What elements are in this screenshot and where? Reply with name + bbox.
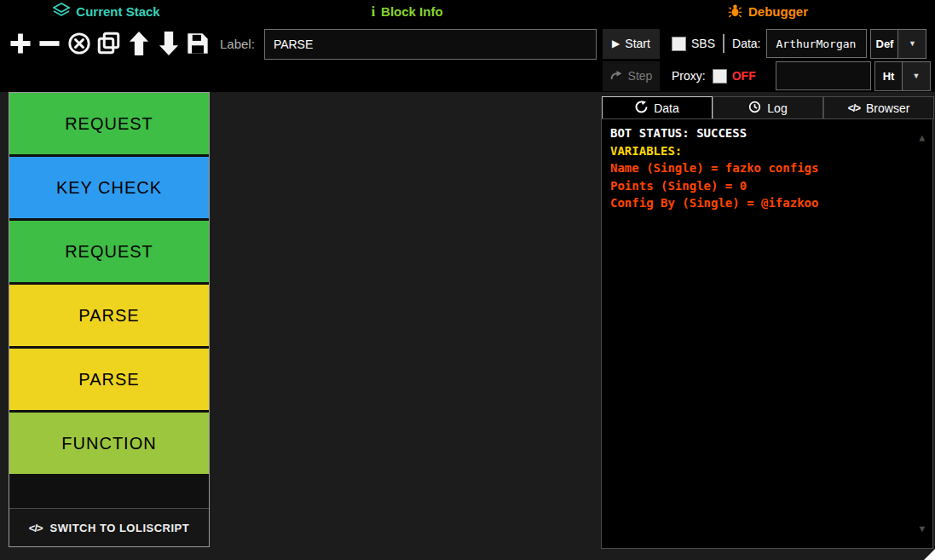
stack-block-keycheck[interactable]: KEY CHECK bbox=[9, 157, 209, 218]
block-info-title: Block Info bbox=[381, 4, 443, 19]
proxy-input[interactable] bbox=[776, 61, 871, 90]
stacker-window: Current Stack i Block Info Debugger bbox=[0, 0, 935, 560]
code-icon: </> bbox=[29, 522, 43, 534]
add-block-button[interactable] bbox=[7, 28, 33, 61]
proxy-caption: Proxy: bbox=[672, 69, 706, 83]
arrow-up-icon bbox=[129, 32, 149, 58]
block-info-header: i Block Info bbox=[213, 0, 601, 23]
data-caption: Data: bbox=[732, 37, 760, 50]
tab-browser[interactable]: </> Browser bbox=[823, 96, 934, 119]
proxy-type-value: Ht bbox=[875, 62, 902, 90]
play-icon: ▶ bbox=[612, 38, 620, 49]
wordlist-type-dropdown[interactable]: Def ▼ bbox=[870, 29, 926, 59]
layers-icon bbox=[53, 3, 70, 20]
sbs-checkbox[interactable] bbox=[672, 37, 686, 51]
debugger-header: Debugger bbox=[601, 0, 935, 23]
remove-block-button[interactable] bbox=[37, 28, 63, 61]
save-icon bbox=[186, 32, 210, 58]
clone-icon bbox=[97, 32, 120, 57]
add-icon bbox=[9, 32, 32, 57]
scroll-up-icon[interactable]: ▲ bbox=[919, 130, 925, 147]
data-input[interactable] bbox=[766, 29, 867, 58]
proxy-type-dropdown[interactable]: Ht ▼ bbox=[874, 61, 931, 91]
tab-log-label: Log bbox=[767, 101, 787, 115]
step-button[interactable]: Step bbox=[603, 61, 660, 91]
step-button-label: Step bbox=[628, 69, 653, 83]
proxy-status: OFF bbox=[732, 69, 756, 83]
stack-block-request-2[interactable]: REQUEST bbox=[9, 221, 209, 282]
debugger-controls-row-1: ▶ Start SBS Data: Def ▼ bbox=[603, 28, 931, 59]
move-up-button[interactable] bbox=[125, 28, 152, 61]
bug-icon bbox=[728, 3, 742, 20]
vertical-divider bbox=[723, 34, 724, 53]
block-stack-panel: REQUEST KEY CHECK REQUEST PARSE PARSE FU… bbox=[9, 92, 210, 547]
chevron-down-icon[interactable]: ▼ bbox=[897, 30, 926, 58]
tab-data[interactable]: Data bbox=[602, 96, 713, 119]
bot-status-line: BOT STATUS: SUCCESS bbox=[610, 124, 924, 142]
variable-line: Points (Single) = 0 bbox=[610, 177, 924, 195]
block-label-input[interactable] bbox=[264, 29, 597, 60]
move-down-button[interactable] bbox=[155, 28, 182, 61]
debugger-tabs: Data Log </> Browser bbox=[602, 96, 934, 119]
sbs-label: SBS bbox=[691, 37, 715, 50]
label-caption: Label: bbox=[220, 37, 255, 51]
arrow-down-icon bbox=[159, 32, 179, 58]
redo-arrow-icon bbox=[610, 69, 623, 83]
x-circle-icon bbox=[67, 32, 91, 58]
stack-block-parse-2[interactable]: PARSE bbox=[9, 349, 209, 410]
tab-log[interactable]: Log bbox=[713, 96, 823, 119]
proxy-checkbox[interactable] bbox=[713, 69, 727, 84]
refresh-icon bbox=[635, 101, 648, 116]
debugger-title: Debugger bbox=[748, 4, 808, 19]
clone-block-button[interactable] bbox=[95, 28, 122, 61]
block-label-row: Label: bbox=[220, 28, 597, 60]
minus-icon bbox=[38, 32, 61, 57]
stack-block-request-1[interactable]: REQUEST bbox=[9, 93, 209, 154]
chevron-down-icon[interactable]: ▼ bbox=[902, 62, 930, 90]
current-stack-header: Current Stack bbox=[0, 0, 213, 23]
variables-header-line: VARIABLES: bbox=[610, 142, 924, 160]
save-button[interactable] bbox=[185, 28, 211, 61]
variable-line: Config By (Single) = @ifazkoo bbox=[610, 194, 924, 212]
start-button-label: Start bbox=[625, 37, 650, 50]
switch-to-loliscript-button[interactable]: </> SWITCH TO LOLISCRIPT bbox=[9, 508, 209, 546]
current-stack-title: Current Stack bbox=[76, 4, 159, 19]
debugger-data-panel: BOT STATUS: SUCCESS VARIABLES: Name (Sin… bbox=[601, 118, 933, 549]
tab-browser-label: Browser bbox=[866, 101, 909, 115]
switch-to-loliscript-label: SWITCH TO LOLISCRIPT bbox=[50, 522, 190, 534]
delete-block-button[interactable] bbox=[66, 28, 93, 61]
info-icon: i bbox=[371, 3, 375, 20]
history-icon bbox=[748, 101, 761, 116]
wordlist-type-value: Def bbox=[871, 30, 897, 58]
stack-block-function[interactable]: FUNCTION bbox=[9, 413, 209, 474]
scroll-down-icon[interactable]: ▼ bbox=[919, 521, 925, 539]
stack-empty-space bbox=[9, 476, 209, 508]
stack-block-parse-1[interactable]: PARSE bbox=[9, 285, 209, 346]
tab-data-label: Data bbox=[654, 101, 679, 115]
variable-line: Name (Single) = fazko configs bbox=[610, 159, 924, 177]
resize-grip[interactable] bbox=[924, 549, 935, 560]
start-button[interactable]: ▶ Start bbox=[603, 29, 660, 59]
stack-toolbar bbox=[7, 26, 211, 63]
debugger-controls-row-2: Step Proxy: OFF Ht ▼ bbox=[603, 61, 931, 91]
code-icon: </> bbox=[848, 102, 860, 114]
